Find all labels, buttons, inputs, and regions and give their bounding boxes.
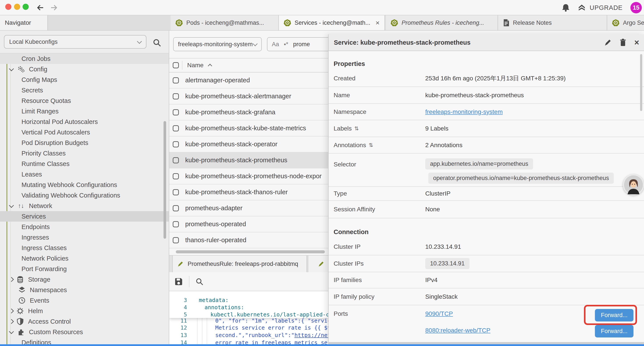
sidebar-item-config-maps[interactable]: Config Maps — [0, 74, 169, 85]
row-checkbox[interactable] — [173, 141, 179, 147]
namespace-selector-value: freeleaps-monitoring-system — [178, 41, 253, 48]
edit-icon[interactable] — [604, 39, 612, 46]
service-row-selected[interactable]: kube-prometheus-stack-prometheus — [169, 152, 329, 168]
sidebar-item-network-policies[interactable]: Network Policies — [0, 253, 169, 264]
selector-chip[interactable]: operator.prometheus.io/name=kube-prometh… — [428, 173, 614, 184]
sidebar-item-storage[interactable]: Storage — [0, 274, 169, 285]
match-case-icon[interactable]: Aa — [272, 41, 279, 48]
sidebar-item-mutating-webhook-configurations[interactable]: Mutating Webhook Configurations — [0, 180, 169, 190]
sort-ascending-icon[interactable] — [208, 64, 212, 68]
service-row[interactable]: kube-prometheus-stack-thanos-ruler — [169, 184, 329, 200]
delete-trash-icon[interactable] — [620, 38, 626, 46]
sidebar-item-config[interactable]: Config — [0, 64, 169, 74]
close-window-button[interactable] — [5, 4, 12, 10]
close-panel-icon[interactable]: × — [634, 38, 639, 47]
service-row[interactable]: kube-prometheus-stack-prometheus-node-ex… — [169, 168, 329, 184]
notifications-bell-icon[interactable] — [561, 3, 570, 12]
select-all-checkbox[interactable] — [173, 62, 179, 68]
tab-prometheus-rules[interactable]: Prometheus Rules - icecheng... — [386, 15, 498, 30]
sidebar-item-endpoints[interactable]: Endpoints — [0, 222, 169, 232]
namespace-link[interactable]: freeleaps-monitoring-system — [425, 108, 502, 115]
row-checkbox[interactable] — [173, 77, 179, 83]
row-checkbox[interactable] — [173, 237, 179, 243]
tab-release-notes-label: Release Notes — [513, 19, 552, 26]
row-checkbox[interactable] — [173, 93, 179, 99]
save-icon[interactable] — [174, 277, 183, 286]
back-icon[interactable] — [36, 3, 45, 12]
port-link[interactable]: 9090/TCP — [425, 310, 453, 317]
sidebar-item-helm[interactable]: Helm — [0, 306, 169, 316]
sidebar-item-custom-resources[interactable]: Custom Resources — [0, 327, 169, 337]
expand-collapse-icon[interactable]: ⇅ — [369, 142, 373, 148]
row-checkbox[interactable] — [173, 157, 179, 163]
sidebar-item-network[interactable]: ↑↓ Network — [0, 201, 169, 211]
sidebar-item-vertical-pod-autoscalers[interactable]: Vertical Pod Autoscalers — [0, 127, 169, 137]
editor-line: 12 Metrics service error rate is {{ $va — [169, 324, 329, 331]
sidebar-scrollbar[interactable] — [164, 121, 166, 239]
service-row[interactable]: prometheus-operated — [169, 216, 329, 232]
notification-count-badge[interactable]: 15 — [630, 2, 642, 13]
forward-icon[interactable] — [50, 3, 58, 12]
sidebar-item-limit-ranges[interactable]: Limit Ranges — [0, 106, 169, 116]
tab-services[interactable]: Services - icecheng@math... × — [279, 15, 385, 30]
editor-search-icon[interactable] — [195, 277, 204, 286]
avatar[interactable] — [623, 174, 644, 195]
sidebar-item-access-control[interactable]: Access Control — [0, 316, 169, 327]
sidebar-item-runtime-classes[interactable]: Runtime Classes — [0, 159, 169, 169]
runbook-url-link[interactable]: https://net — [294, 332, 329, 338]
minimize-window-button[interactable] — [14, 4, 20, 10]
sidebar-item-horizontal-pod-autoscalers[interactable]: Horizontal Pod Autoscalers — [0, 116, 169, 127]
service-row[interactable]: alertmanager-operated — [169, 72, 329, 88]
service-row[interactable]: kube-prometheus-stack-kube-state-metrics — [169, 120, 329, 136]
navigator-panel-tab[interactable]: Navigator — [0, 15, 48, 30]
yaml-editor[interactable]: 11 0", "for": "1m", "labels":{ "service"… — [169, 291, 329, 344]
row-checkbox[interactable] — [173, 205, 179, 211]
upgrade-button[interactable]: UPGRADE — [577, 0, 622, 15]
detail-panel-scrollbar[interactable] — [640, 54, 642, 111]
row-checkbox[interactable] — [173, 189, 179, 195]
close-tab-icon[interactable]: × — [376, 19, 380, 26]
sidebar-item-ingresses[interactable]: Ingresses — [0, 232, 169, 243]
service-row[interactable]: prometheus-adapter — [169, 200, 329, 216]
sidebar-item-definitions[interactable]: Definitions — [0, 337, 169, 344]
search-input[interactable]: Aa ▪* prome — [267, 37, 329, 51]
navigator-tree: Cron Jobs Config Config Maps Secrets Res… — [0, 53, 169, 344]
sidebar-item-validating-webhook-configurations[interactable]: Validating Webhook Configurations — [0, 190, 169, 201]
sidebar-item-priority-classes[interactable]: Priority Classes — [0, 148, 169, 159]
maximize-window-button[interactable] — [22, 4, 29, 10]
sidebar-item-services[interactable]: Services — [0, 211, 169, 222]
service-row[interactable]: kube-prometheus-stack-alertmanager — [169, 88, 329, 104]
name-column-header[interactable]: Name — [187, 62, 204, 69]
kubeconfig-selector[interactable]: Local Kubeconfigs — [4, 35, 146, 49]
port-link[interactable]: 8080:reloader-web/TCP — [425, 327, 490, 334]
row-checkbox[interactable] — [173, 125, 179, 131]
sidebar-item-ingress-classes[interactable]: Ingress Classes — [0, 243, 169, 253]
tab-release-notes[interactable]: Release Notes — [498, 15, 607, 30]
forward-port-button[interactable]: Forward... — [595, 325, 634, 338]
sidebar-item-resource-quotas[interactable]: Resource Quotas — [0, 95, 169, 106]
sidebar-item-leases[interactable]: Leases — [0, 169, 169, 180]
regex-icon[interactable]: ▪* — [284, 41, 288, 48]
search-icon[interactable] — [152, 38, 162, 47]
editor-tab-prometheusrule[interactable]: PrometheusRule: freeleaps-prod-rabbitmq — [172, 256, 307, 272]
sidebar-item-secrets[interactable]: Secrets — [0, 85, 169, 95]
service-row[interactable]: thanos-ruler-operated — [169, 232, 329, 248]
row-checkbox[interactable] — [173, 221, 179, 227]
tab-pods[interactable]: Pods - icecheng@mathmas... — [170, 15, 279, 30]
sidebar-item-namespaces[interactable]: Namespaces — [0, 285, 169, 295]
row-checkbox[interactable] — [173, 109, 179, 115]
namespace-selector[interactable]: freeleaps-monitoring-system — [173, 37, 262, 51]
sidebar-item-events[interactable]: Events — [0, 295, 169, 306]
selector-chip[interactable]: app.kubernetes.io/name=prometheus — [425, 158, 533, 169]
editor-tab-partial[interactable] — [308, 256, 329, 272]
sidebar-item-pod-disruption-budgets[interactable]: Pod Disruption Budgets — [0, 137, 169, 148]
expand-collapse-icon[interactable]: ⇅ — [354, 125, 359, 132]
editor-sticky-lines: 3 metadata: 4 annotations: 5 kubectl.kub… — [169, 291, 329, 318]
tab-argo[interactable]: Argo Se — [607, 15, 644, 30]
service-row[interactable]: kube-prometheus-stack-operator — [169, 136, 329, 152]
sidebar-item-cron-jobs[interactable]: Cron Jobs — [0, 53, 169, 64]
horizontal-scrollbar[interactable] — [176, 250, 325, 253]
row-checkbox[interactable] — [173, 173, 179, 179]
sidebar-item-port-forwarding[interactable]: Port Forwarding — [0, 264, 169, 274]
service-row[interactable]: kube-prometheus-stack-grafana — [169, 104, 329, 120]
